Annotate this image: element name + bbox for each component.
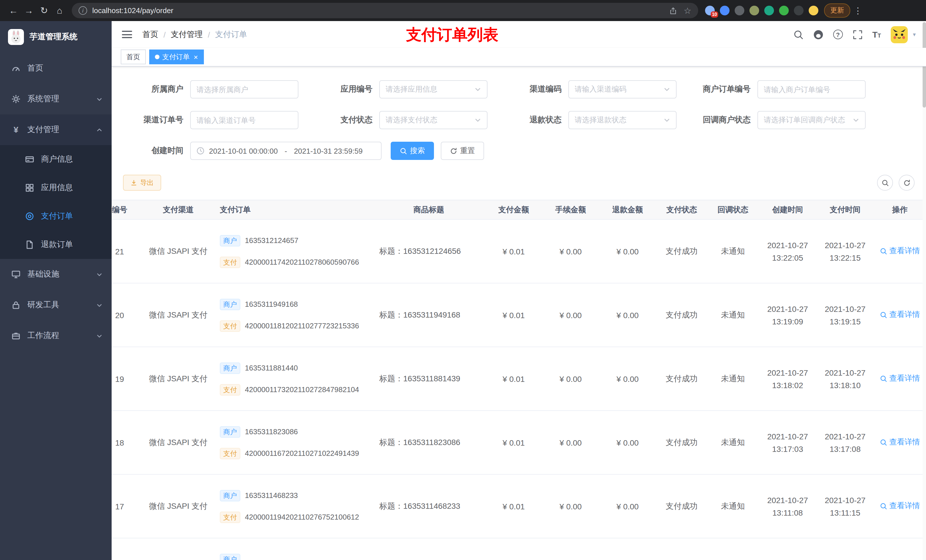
cell-notify-status: 未通知	[707, 411, 758, 474]
search-icon[interactable]	[793, 29, 803, 39]
page-content: 所属商户 应用编号 请选择应用信息 渠道编码 请输入渠道编码	[112, 66, 926, 560]
tab-pay-order[interactable]: 支付订单 ×	[149, 50, 204, 64]
sidebar: 芋道管理系统 首页 系统管理	[0, 21, 112, 560]
toggle-search-button[interactable]	[877, 175, 893, 191]
bookmark-star-icon[interactable]: ☆	[684, 6, 691, 15]
filter-label: 回调商户状态	[690, 115, 757, 125]
sidebar-item-merchant-info[interactable]: 商户信息	[0, 145, 112, 174]
extension-icon[interactable]	[764, 6, 774, 15]
tab-home[interactable]: 首页	[121, 50, 146, 64]
cell-channel: 微信 JSAPI 支付	[142, 347, 214, 411]
sidebar-item-system[interactable]: 系统管理	[0, 84, 112, 115]
browser-reload-icon[interactable]: ↻	[36, 3, 52, 18]
export-button[interactable]: 导出	[123, 175, 161, 191]
sidebar-item-devtools[interactable]: 研发工具	[0, 290, 112, 320]
reset-button[interactable]: 重置	[441, 142, 484, 160]
browser-menu-icon[interactable]: ⋮	[854, 5, 862, 16]
view-detail-link[interactable]: 查看详情	[879, 246, 920, 257]
cell-title: 标题：1635311881439	[372, 347, 485, 411]
channel-order-no-input[interactable]	[190, 111, 298, 129]
cell-title: 标题：1635311468233	[372, 474, 485, 538]
cell-create-time: 2021-10-2713:11:08	[758, 474, 817, 538]
app-logo[interactable]: 芋道管理系统	[0, 21, 112, 53]
extension-icon[interactable]	[794, 6, 803, 15]
close-icon[interactable]: ×	[194, 53, 198, 60]
extension-icon[interactable]	[809, 6, 819, 15]
share-icon[interactable]	[669, 6, 677, 15]
browser-home-icon[interactable]: ⌂	[52, 3, 67, 18]
filter-label: 商户订单编号	[690, 84, 757, 95]
extension-icon[interactable]	[749, 6, 759, 15]
browser-update-button[interactable]: 更新	[824, 3, 850, 18]
chevron-up-icon	[96, 127, 103, 133]
search-button[interactable]: 搜索	[391, 142, 434, 160]
page-scrollbar[interactable]	[923, 21, 926, 560]
cell-pay-order: 商户 1635311881440 支付 42000011732021102728…	[214, 347, 372, 411]
yen-icon: ¥	[11, 125, 21, 134]
browser-back-icon[interactable]: ←	[6, 3, 21, 18]
title-prefix: 标题：	[379, 437, 403, 447]
sidebar-item-workflow[interactable]: 工作流程	[0, 320, 112, 351]
browser-forward-icon[interactable]: →	[21, 3, 36, 18]
card-icon	[25, 155, 34, 164]
cell-pay-status: 支付成功	[656, 283, 707, 347]
sidebar-item-pay-order[interactable]: 支付订单	[0, 202, 112, 231]
view-detail-link[interactable]: 查看详情	[879, 374, 920, 384]
view-detail-link[interactable]: 查看详情	[879, 437, 920, 448]
address-bar[interactable]: i localhost:1024/pay/order ☆	[72, 3, 698, 18]
hamburger-icon[interactable]	[122, 31, 132, 38]
extension-icon[interactable]: 10	[705, 6, 715, 15]
sidebar-item-app-info[interactable]: 应用信息	[0, 174, 112, 202]
table-row: 19 微信 JSAPI 支付 商户 1635311881440 支付	[112, 347, 926, 411]
cell-actions: 查看详情	[874, 411, 926, 474]
view-detail-link[interactable]: 查看详情	[879, 310, 920, 320]
cell-pay-time: 2021-10-2713:11:15	[817, 474, 874, 538]
app-title: 芋道管理系统	[30, 32, 77, 42]
pay-status-select[interactable]: 请选择支付状态	[379, 111, 487, 129]
github-icon[interactable]	[813, 29, 823, 39]
chevron-down-icon	[96, 96, 103, 102]
breadcrumb-payment[interactable]: 支付管理	[171, 29, 203, 39]
column-header: 操作	[874, 200, 926, 219]
fullscreen-icon[interactable]	[852, 29, 862, 39]
site-info-icon[interactable]: i	[79, 6, 87, 15]
merchant-order-no-input[interactable]	[757, 80, 865, 98]
cell-create-time: 2021-10-2713:19:09	[758, 283, 817, 347]
sidebar-item-infra[interactable]: 基础设施	[0, 259, 112, 290]
extension-icon[interactable]	[779, 6, 789, 15]
extension-icon[interactable]	[735, 6, 744, 15]
cell-channel: 微信 JSAPI 支付	[142, 219, 214, 283]
filter-label: 渠道订单号	[123, 115, 190, 125]
sidebar-item-label: 基础设施	[27, 269, 59, 279]
cell-create-time: 2021-10-2713:17:03	[758, 411, 817, 474]
extension-icon[interactable]	[720, 6, 729, 15]
chevron-down-icon	[853, 117, 859, 124]
caret-down-icon[interactable]: ▾	[913, 31, 916, 38]
sidebar-item-home[interactable]: 首页	[0, 53, 112, 84]
cell-channel: 微信 JSAPI 支付	[142, 474, 214, 538]
breadcrumb-home[interactable]: 首页	[142, 29, 158, 39]
view-detail-link[interactable]: 查看详情	[879, 501, 920, 511]
cell-title: 标题：1635311949168	[372, 283, 485, 347]
sidebar-item-refund-order[interactable]: 退款订单	[0, 231, 112, 259]
merchant-filter-input[interactable]	[190, 80, 298, 98]
select-placeholder: 请选择退款状态	[575, 115, 626, 125]
avatar[interactable]	[891, 26, 908, 43]
sidebar-item-label: 退款订单	[41, 240, 73, 250]
cell-pay-order: 商户 1635311949168 支付 42000011812021102777…	[214, 283, 372, 347]
create-time-range-picker[interactable]: 2021-10-01 00:00:00 - 2021-10-31 23:59:5…	[190, 142, 381, 160]
help-icon[interactable]: ?	[833, 30, 843, 39]
notify-status-select[interactable]: 请选择订单回调商户状态	[757, 111, 865, 129]
column-header: 支付订单	[214, 200, 372, 219]
cell-refund	[599, 538, 656, 560]
refund-status-select[interactable]: 请选择退款状态	[568, 111, 676, 129]
refresh-table-button[interactable]	[899, 175, 915, 191]
clock-icon	[197, 147, 204, 155]
cell-actions: 查看详情	[874, 538, 926, 560]
font-size-icon[interactable]: TT	[872, 30, 881, 39]
sidebar-item-payment[interactable]: ¥ 支付管理	[0, 115, 112, 145]
filter-label: 退款状态	[501, 115, 568, 125]
channel-code-select[interactable]: 请输入渠道编码	[568, 80, 676, 98]
app-filter-select[interactable]: 请选择应用信息	[379, 80, 487, 98]
select-placeholder: 请选择应用信息	[386, 84, 437, 95]
